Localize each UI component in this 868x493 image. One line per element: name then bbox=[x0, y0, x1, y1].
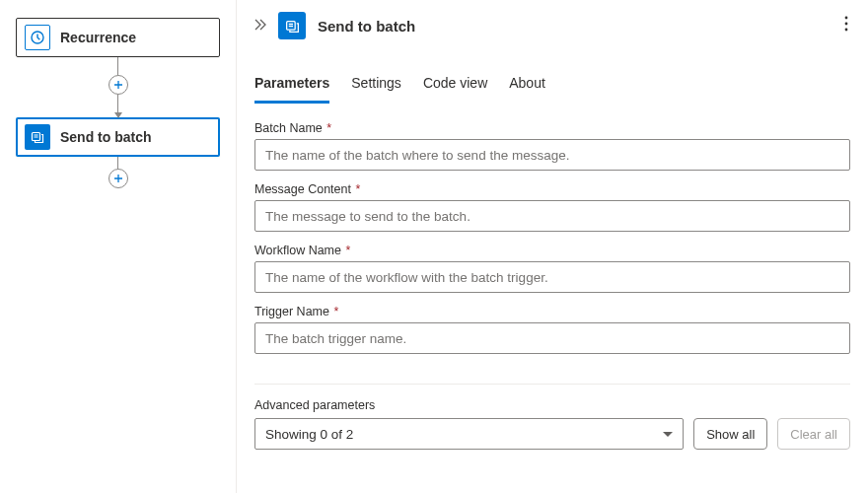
node-connector-end bbox=[16, 157, 220, 188]
add-step-button[interactable] bbox=[108, 169, 128, 188]
node-label: Send to batch bbox=[60, 129, 152, 145]
advanced-label: Advanced parameters bbox=[254, 398, 850, 412]
panel-header: Send to batch bbox=[237, 0, 868, 49]
tab-about[interactable]: About bbox=[509, 69, 545, 103]
svg-point-3 bbox=[845, 16, 848, 19]
message-content-input[interactable] bbox=[254, 200, 850, 232]
panel-title: Send to batch bbox=[318, 18, 829, 35]
action-panel: Send to batch Parameters Settings Code v… bbox=[237, 0, 868, 493]
node-connector bbox=[16, 57, 220, 117]
clock-icon bbox=[25, 25, 50, 50]
tab-code-view[interactable]: Code view bbox=[423, 69, 487, 103]
parameters-form: Batch Name * Message Content * Workflow … bbox=[237, 104, 868, 366]
panel-tabs: Parameters Settings Code view About bbox=[237, 49, 868, 104]
add-step-button[interactable] bbox=[108, 75, 128, 95]
svg-point-4 bbox=[845, 22, 848, 25]
field-label: Trigger Name * bbox=[254, 305, 850, 318]
trigger-name-input[interactable] bbox=[254, 322, 850, 354]
show-all-button[interactable]: Show all bbox=[693, 418, 767, 450]
field-workflow-name: Workflow Name * bbox=[254, 244, 850, 293]
select-value: Showing 0 of 2 bbox=[265, 427, 353, 442]
node-recurrence[interactable]: Recurrence bbox=[16, 18, 220, 57]
node-send-to-batch[interactable]: Send to batch bbox=[16, 117, 220, 157]
designer-canvas: Recurrence Send to batch bbox=[0, 0, 237, 493]
field-label: Workflow Name * bbox=[254, 244, 850, 257]
node-label: Recurrence bbox=[60, 30, 136, 45]
clear-all-button: Clear all bbox=[777, 418, 850, 450]
field-trigger-name: Trigger Name * bbox=[254, 305, 850, 354]
divider bbox=[254, 384, 850, 385]
field-label: Batch Name * bbox=[254, 121, 850, 135]
svg-point-5 bbox=[845, 28, 848, 31]
batch-name-input[interactable] bbox=[254, 139, 850, 171]
field-batch-name: Batch Name * bbox=[254, 121, 850, 171]
tab-settings[interactable]: Settings bbox=[351, 69, 401, 103]
batch-icon bbox=[25, 124, 50, 150]
field-label: Message Content * bbox=[254, 182, 850, 196]
field-message-content: Message Content * bbox=[254, 182, 850, 232]
batch-icon bbox=[278, 12, 306, 39]
tab-parameters[interactable]: Parameters bbox=[254, 69, 329, 104]
collapse-button[interactable] bbox=[253, 16, 266, 36]
arrow-down-icon bbox=[114, 112, 122, 118]
chevron-down-icon bbox=[663, 432, 673, 437]
more-menu-button[interactable] bbox=[840, 16, 852, 36]
advanced-parameters: Advanced parameters Showing 0 of 2 Show … bbox=[237, 398, 868, 467]
workflow-name-input[interactable] bbox=[254, 261, 850, 293]
advanced-select[interactable]: Showing 0 of 2 bbox=[254, 418, 684, 450]
